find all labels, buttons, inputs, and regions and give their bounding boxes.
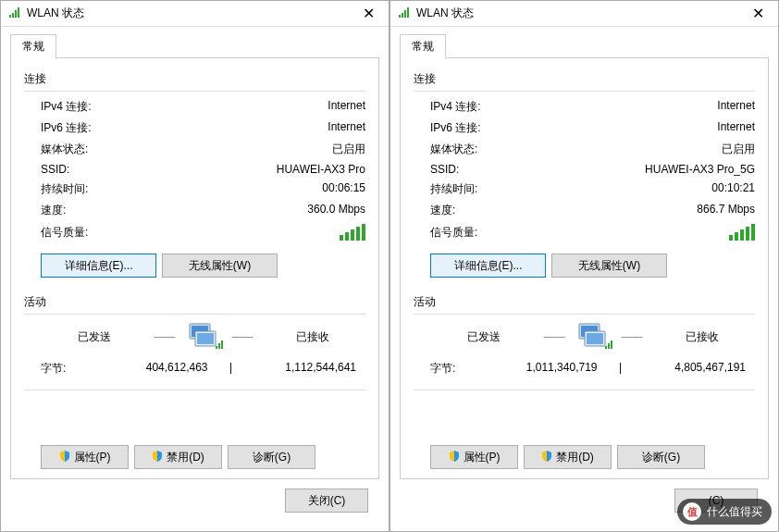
shield-icon [449,451,460,464]
close-button[interactable]: ✕ [739,1,776,27]
dash-icon: —— [544,330,564,343]
signal-bars-icon [729,224,755,241]
bytes-label: 字节: [41,361,96,377]
media-value: 已启用 [332,142,365,157]
dash-icon: —— [232,330,253,343]
wireless-properties-button[interactable]: 无线属性(W) [162,254,278,278]
duration-label: 持续时间: [430,181,477,197]
tab-general[interactable]: 常规 [400,34,446,59]
tab-row: 常规 [400,34,769,58]
recv-label: 已接收 [262,329,364,345]
computer-network-icon [574,322,612,352]
wireless-properties-button[interactable]: 无线属性(W) [551,254,667,278]
bytes-label: 字节: [430,361,486,377]
duration-value: 00:06:15 [322,181,365,197]
computer-network-icon [184,322,223,352]
ipv6-value: Internet [328,120,365,136]
ssid-value: HUAWEI-AX3 Pro_5G [645,163,755,176]
titlebar[interactable]: WLAN 状态 ✕ [390,1,778,27]
recv-label: 已接收 [651,329,753,345]
media-label: 媒体状态: [430,142,477,157]
wifi-icon [8,6,21,21]
ipv6-value: Internet [717,120,755,136]
bytes-sent: 1,011,340,719 [486,361,607,377]
disable-button[interactable]: 禁用(D) [524,445,612,469]
svg-rect-13 [404,10,406,18]
svg-rect-0 [9,15,11,18]
dash-icon: —— [622,330,642,343]
bytes-recv: 1,112,544,641 [245,361,366,377]
details-button[interactable]: 详细信息(E)... [41,254,156,278]
svg-rect-14 [407,7,409,18]
dialog-title: WLAN 状态 [27,6,350,21]
ipv4-label: IPv4 连接: [41,99,92,115]
section-connection: 连接 [414,71,755,87]
section-activity: 活动 [414,294,755,310]
close-button[interactable]: ✕ [350,1,387,27]
ipv6-label: IPv6 连接: [41,120,92,136]
svg-rect-21 [611,340,612,349]
diagnose-button[interactable]: 诊断(G) [228,445,315,469]
svg-rect-3 [18,7,19,18]
section-connection: 连接 [24,71,365,87]
ipv4-value: Internet [328,99,365,115]
svg-rect-12 [402,13,403,18]
svg-rect-11 [399,15,401,18]
svg-rect-19 [605,346,607,349]
speed-label: 速度: [430,203,455,218]
speed-label: 速度: [41,203,66,218]
shield-icon [152,451,163,464]
ipv6-label: IPv6 连接: [430,120,481,136]
sent-label: 已发送 [43,329,145,345]
watermark-text: 什么值得买 [707,504,762,520]
bytes-recv: 4,805,467,191 [635,361,756,377]
ssid-value: HUAWEI-AX3 Pro [277,163,365,176]
svg-rect-20 [608,343,610,349]
signal-label: 信号质量: [430,225,477,241]
tab-general[interactable]: 常规 [10,34,56,59]
svg-rect-1 [12,13,14,18]
duration-label: 持续时间: [41,181,88,197]
svg-rect-10 [221,340,223,349]
properties-button[interactable]: 属性(P) [41,445,129,469]
dialog-title: WLAN 状态 [416,6,739,21]
sent-label: 已发送 [433,329,535,345]
watermark: 值 什么值得买 [677,499,772,525]
watermark-logo-icon: 值 [683,502,701,521]
wlan-status-dialog-right: WLAN 状态 ✕ 常规 连接 IPv4 连接:Internet IPv6 连接… [390,0,779,532]
speed-value: 360.0 Mbps [307,203,365,218]
ssid-label: SSID: [41,163,69,176]
wifi-icon [398,6,411,21]
diagnose-button[interactable]: 诊断(G) [617,445,705,469]
dash-icon: —— [155,330,175,343]
svg-rect-18 [587,333,603,344]
svg-rect-9 [218,343,220,349]
signal-label: 信号质量: [41,225,88,241]
tab-row: 常规 [10,34,379,58]
shield-icon [59,451,70,464]
duration-value: 00:10:21 [711,181,755,197]
ssid-label: SSID: [430,163,459,176]
media-label: 媒体状态: [41,142,88,157]
ipv4-value: Internet [717,99,755,115]
disable-button[interactable]: 禁用(D) [134,445,222,469]
details-button[interactable]: 详细信息(E)... [430,254,546,278]
titlebar[interactable]: WLAN 状态 ✕ [1,1,389,27]
section-activity: 活动 [24,294,365,310]
svg-rect-2 [15,10,17,18]
ipv4-label: IPv4 连接: [430,99,481,115]
properties-button[interactable]: 属性(P) [430,445,518,469]
close-dialog-button[interactable]: 关闭(C) [285,489,368,513]
bytes-sent: 404,612,463 [96,361,217,377]
svg-rect-7 [197,333,214,344]
media-value: 已启用 [722,142,755,157]
svg-rect-8 [216,346,217,349]
connection-details: IPv4 连接:Internet IPv6 连接:Internet 媒体状态:已… [24,99,365,224]
shield-icon [541,451,552,464]
wlan-status-dialog-left: WLAN 状态 ✕ 常规 连接 IPv4 连接:Internet IPv6 连接… [0,0,390,532]
signal-bars-icon [340,224,365,241]
connection-details: IPv4 连接:Internet IPv6 连接:Internet 媒体状态:已… [414,99,755,224]
speed-value: 866.7 Mbps [697,203,755,218]
